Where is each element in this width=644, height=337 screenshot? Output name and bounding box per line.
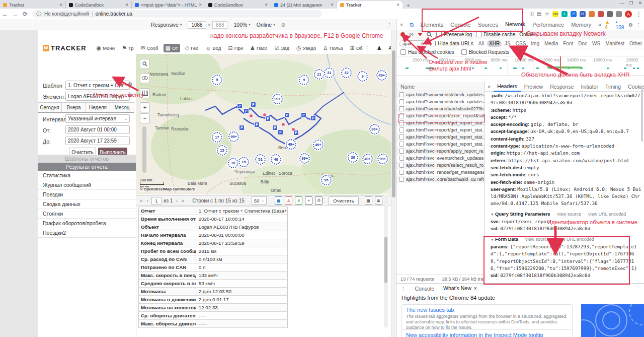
forward-icon[interactable]: → xyxy=(10,11,20,18)
filter-type-ws[interactable]: WS xyxy=(590,40,602,47)
view-source-link[interactable]: view source xyxy=(557,211,581,218)
table-scrollbar[interactable] xyxy=(384,195,388,327)
details-tab-response[interactable]: Response xyxy=(546,82,577,91)
close-icon[interactable]: ✕ xyxy=(638,1,642,6)
details-tab-initiator[interactable]: Initiator xyxy=(577,82,601,91)
filter-clear-icon[interactable]: ⊗ xyxy=(420,41,424,46)
view-url-encoded-link[interactable]: view URL encoded xyxy=(588,211,626,218)
nav-item-drivers[interactable]: ☺Вод xyxy=(203,44,223,52)
report-list-item[interactable]: Сводка данных xyxy=(38,199,136,209)
search-icon[interactable] xyxy=(427,32,432,37)
drawer-tab-close-icon[interactable]: × xyxy=(474,285,477,291)
stat-value[interactable]: 2020-08-17 23:59:59 xyxy=(196,239,288,247)
map-cluster-marker[interactable]: 99+ xyxy=(299,153,310,164)
disable-cache-checkbox[interactable]: Disable cache xyxy=(476,32,515,37)
map-cluster-marker[interactable]: 30 xyxy=(348,152,358,163)
filter-type-img[interactable]: Img xyxy=(529,40,541,47)
whats-new-card[interactable]: New accessibility information in the Ins… xyxy=(401,329,573,337)
quick-range-Месяц[interactable]: Месяц xyxy=(110,103,134,112)
map-cluster-marker[interactable]: 5 xyxy=(212,75,222,85)
map-cluster-marker[interactable]: 15 xyxy=(238,157,249,167)
export-pdf-icon[interactable]: A xyxy=(285,196,292,205)
map-search-button[interactable] xyxy=(140,59,150,69)
map-cluster-marker[interactable]: 9 xyxy=(357,71,368,82)
map-point-marker[interactable] xyxy=(281,122,285,126)
map-cluster-marker[interactable]: 99+ xyxy=(272,94,283,104)
nav-item-users[interactable]: ♙Польз xyxy=(321,44,345,52)
card-title-link[interactable]: The new Issues tab xyxy=(406,307,568,313)
filter-type-media[interactable]: Media xyxy=(542,40,560,47)
last-page-button[interactable]: » xyxy=(181,198,186,204)
nav-item-geofences[interactable]: ◇Гео xyxy=(183,44,201,52)
map-cluster-marker[interactable]: 9 xyxy=(299,75,309,85)
stat-value[interactable]: 2 дня 0:01:17 xyxy=(196,296,288,303)
report-list-item[interactable]: Поездки xyxy=(38,190,136,199)
details-close-icon[interactable]: × xyxy=(485,84,494,90)
table-view-icon[interactable]: ▦ xyxy=(275,196,282,205)
url-text[interactable]: online.tracker.ua xyxy=(96,11,132,17)
device-toolbar-toggle-icon[interactable]: ⧉ xyxy=(407,22,417,28)
settings-gear-icon[interactable]: ⚙ xyxy=(628,22,633,28)
browser-tab[interactable]: CodeSandbox× xyxy=(66,1,132,9)
device-toolbar-menu-icon[interactable]: ⋮ xyxy=(387,22,392,28)
browser-tab[interactable]: 24 (2) Мої завдання× xyxy=(271,1,337,9)
map-cluster-marker[interactable]: 49+ xyxy=(313,140,324,150)
new-tab-button[interactable]: + xyxy=(403,3,414,9)
stat-value[interactable]: 2020-08-17 18:00:14 xyxy=(196,215,288,223)
no-throttle-icon[interactable]: ⊘ xyxy=(281,22,286,28)
viewport-height-input[interactable]: 888 xyxy=(212,21,228,29)
request-row[interactable]: ajax.html?svc=report/select_result_ro... xyxy=(396,162,484,169)
tab-close-icon[interactable]: × xyxy=(59,2,62,8)
request-row[interactable]: ajax.html?svc=report/apply_report_re... xyxy=(396,148,484,155)
filter-type-js[interactable]: JS xyxy=(503,40,513,47)
map-view-icon[interactable]: ▧ xyxy=(365,196,372,205)
tab-close-icon[interactable]: × xyxy=(265,2,268,8)
filter-type-manifest[interactable]: Manifest xyxy=(603,40,626,47)
more-tabs-icon[interactable]: » xyxy=(595,19,605,30)
blocked-requests-checkbox[interactable]: Blocked Requests xyxy=(461,49,510,55)
map-cluster-marker[interactable]: 31 xyxy=(324,68,335,78)
map-cluster-marker[interactable]: 95 xyxy=(321,175,332,185)
key-icon[interactable]: ⚿ xyxy=(530,11,534,17)
stat-value[interactable]: ----- xyxy=(196,320,288,327)
map-cluster-marker[interactable]: 99+ xyxy=(369,124,380,134)
browser-menu-icon[interactable]: ⋮ xyxy=(634,11,644,18)
stat-value[interactable]: 133 км/ч xyxy=(196,272,288,279)
request-row[interactable]: ajax.html?svc=core/batch&sid=0279fc... xyxy=(396,176,484,183)
nav-item-trailers[interactable]: ⊟При xyxy=(226,44,245,52)
back-icon[interactable]: ← xyxy=(0,11,10,18)
nav-item-reports[interactable]: ▦От xyxy=(164,44,180,52)
quick-range-Неделя[interactable]: Неделя xyxy=(86,103,110,112)
extension-icon[interactable]: LT xyxy=(580,11,586,17)
has-blocked-cookies-checkbox[interactable]: Has blocked cookies xyxy=(400,49,454,55)
first-page-button[interactable]: « xyxy=(139,198,144,204)
whats-new-card[interactable]: The new Issues tab The Issues tab aggreg… xyxy=(401,304,573,333)
browser-tab[interactable]: CodeSandbox× xyxy=(205,1,271,9)
map-zoom-out-button[interactable]: − xyxy=(140,113,150,123)
extension-icon[interactable] xyxy=(616,11,622,17)
filter-input[interactable]: ajax ⊗ xyxy=(399,40,427,47)
filter-type-doc[interactable]: Doc xyxy=(576,40,589,47)
map-visibility-button[interactable] xyxy=(140,73,150,83)
stat-value[interactable]: 2815 км xyxy=(196,247,288,255)
map-cluster-marker[interactable]: 49+ xyxy=(286,139,296,150)
map-cluster-marker[interactable]: 32 xyxy=(341,68,352,78)
device-mode-select[interactable]: Responsive▾ xyxy=(151,22,182,28)
page-size-select[interactable]: 50⌄ xyxy=(252,196,267,205)
details-tab-preview[interactable]: Preview xyxy=(521,82,546,91)
nav-item-tracks[interactable]: ⚑Тр xyxy=(120,44,135,52)
map-parking-marker[interactable]: P xyxy=(251,102,256,107)
nav-item-passengers[interactable]: ♟Пасс xyxy=(248,44,270,52)
template-select[interactable]: 1. Отчет с треком + Стат...⌄ xyxy=(65,81,130,90)
nav-item-messages[interactable]: ✉Сооб xyxy=(138,44,160,52)
tab-close-icon[interactable]: × xyxy=(396,2,399,8)
request-row[interactable]: ajax.html?svc=report/get_report_stat... xyxy=(396,141,484,148)
details-tab-timing[interactable]: Timing xyxy=(602,82,624,91)
report-list-item[interactable]: Статистика xyxy=(38,171,136,180)
prev-page-button[interactable]: ‹ xyxy=(146,198,149,204)
export-excel-icon[interactable]: X xyxy=(295,196,302,205)
from-input[interactable]: 2020 Август 01 00:00 xyxy=(65,125,130,134)
map-parking-marker[interactable]: P xyxy=(239,125,245,130)
map-cluster-marker[interactable]: 21 xyxy=(314,69,325,80)
map-cluster-marker[interactable]: 10 xyxy=(228,158,238,168)
